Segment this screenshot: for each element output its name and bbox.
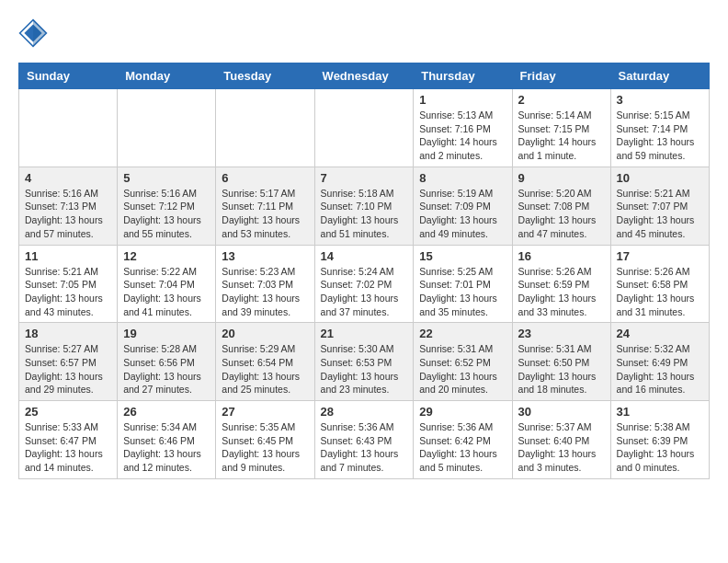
day-number: 21 [321,327,408,340]
day-number: 15 [419,249,506,263]
calendar-cell: 3Sunrise: 5:15 AM Sunset: 7:14 PM Daylig… [610,89,709,167]
day-number: 1 [419,93,506,107]
day-number: 13 [222,249,308,263]
day-number: 4 [25,171,111,185]
day-number: 28 [321,405,408,419]
weekday-header-tuesday: Tuesday [216,63,314,89]
day-number: 26 [123,405,210,419]
day-info: Sunrise: 5:22 AM Sunset: 7:04 PM Dayligh… [123,265,210,319]
calendar-cell: 26Sunrise: 5:34 AM Sunset: 6:46 PM Dayli… [118,401,216,479]
weekday-header-wednesday: Wednesday [314,63,414,89]
day-number: 16 [518,249,605,263]
day-number: 24 [617,327,703,340]
calendar-cell: 28Sunrise: 5:36 AM Sunset: 6:43 PM Dayli… [314,401,414,479]
calendar-cell: 2Sunrise: 5:14 AM Sunset: 7:15 PM Daylig… [512,89,610,167]
calendar-cell [314,89,414,167]
calendar-week-row: 18Sunrise: 5:27 AM Sunset: 6:57 PM Dayli… [19,323,710,401]
day-info: Sunrise: 5:34 AM Sunset: 6:46 PM Dayligh… [123,420,210,475]
calendar-cell: 30Sunrise: 5:37 AM Sunset: 6:40 PM Dayli… [512,401,610,479]
calendar-cell: 25Sunrise: 5:33 AM Sunset: 6:47 PM Dayli… [19,401,118,479]
day-number: 9 [518,171,605,185]
calendar-cell: 22Sunrise: 5:31 AM Sunset: 6:52 PM Dayli… [414,323,512,401]
day-number: 29 [419,405,506,419]
day-info: Sunrise: 5:19 AM Sunset: 7:09 PM Dayligh… [419,187,506,241]
day-number: 22 [419,327,506,340]
calendar-cell: 13Sunrise: 5:23 AM Sunset: 7:03 PM Dayli… [216,245,314,323]
day-info: Sunrise: 5:27 AM Sunset: 6:57 PM Dayligh… [25,342,111,396]
calendar-cell: 7Sunrise: 5:18 AM Sunset: 7:10 PM Daylig… [314,167,414,245]
logo [18,18,51,48]
weekday-header-friday: Friday [512,63,610,89]
day-number: 8 [419,171,506,185]
day-info: Sunrise: 5:36 AM Sunset: 6:43 PM Dayligh… [321,420,408,475]
calendar-cell: 4Sunrise: 5:16 AM Sunset: 7:13 PM Daylig… [19,167,118,245]
day-number: 27 [222,405,308,419]
page-header [18,18,710,48]
day-info: Sunrise: 5:17 AM Sunset: 7:11 PM Dayligh… [222,187,308,241]
day-info: Sunrise: 5:28 AM Sunset: 6:56 PM Dayligh… [123,342,210,396]
calendar-cell: 1Sunrise: 5:13 AM Sunset: 7:16 PM Daylig… [414,89,512,167]
calendar-cell: 31Sunrise: 5:38 AM Sunset: 6:39 PM Dayli… [610,401,709,479]
day-number: 19 [123,327,210,340]
weekday-header-row: SundayMondayTuesdayWednesdayThursdayFrid… [19,63,710,89]
calendar-cell: 16Sunrise: 5:26 AM Sunset: 6:59 PM Dayli… [512,245,610,323]
day-info: Sunrise: 5:38 AM Sunset: 6:39 PM Dayligh… [617,420,703,475]
day-info: Sunrise: 5:16 AM Sunset: 7:12 PM Dayligh… [123,187,210,241]
day-number: 11 [25,249,111,263]
calendar-cell: 10Sunrise: 5:21 AM Sunset: 7:07 PM Dayli… [610,167,709,245]
day-info: Sunrise: 5:29 AM Sunset: 6:54 PM Dayligh… [222,342,308,396]
day-number: 31 [617,405,703,419]
calendar-cell: 11Sunrise: 5:21 AM Sunset: 7:05 PM Dayli… [19,245,118,323]
day-info: Sunrise: 5:25 AM Sunset: 7:01 PM Dayligh… [419,265,506,319]
calendar-cell: 9Sunrise: 5:20 AM Sunset: 7:08 PM Daylig… [512,167,610,245]
calendar-cell: 14Sunrise: 5:24 AM Sunset: 7:02 PM Dayli… [314,245,414,323]
day-number: 23 [518,327,605,340]
day-info: Sunrise: 5:30 AM Sunset: 6:53 PM Dayligh… [321,342,408,396]
calendar-cell: 29Sunrise: 5:36 AM Sunset: 6:42 PM Dayli… [414,401,512,479]
weekday-header-thursday: Thursday [414,63,512,89]
day-number: 18 [25,327,111,340]
day-number: 30 [518,405,605,419]
calendar-cell: 24Sunrise: 5:32 AM Sunset: 6:49 PM Dayli… [610,323,709,401]
calendar-week-row: 1Sunrise: 5:13 AM Sunset: 7:16 PM Daylig… [19,89,710,167]
day-number: 10 [617,171,703,185]
calendar-cell: 15Sunrise: 5:25 AM Sunset: 7:01 PM Dayli… [414,245,512,323]
day-info: Sunrise: 5:20 AM Sunset: 7:08 PM Dayligh… [518,187,605,241]
calendar-cell: 19Sunrise: 5:28 AM Sunset: 6:56 PM Dayli… [118,323,216,401]
calendar-week-row: 25Sunrise: 5:33 AM Sunset: 6:47 PM Dayli… [19,401,710,479]
day-info: Sunrise: 5:26 AM Sunset: 6:58 PM Dayligh… [617,265,703,319]
calendar-cell: 18Sunrise: 5:27 AM Sunset: 6:57 PM Dayli… [19,323,118,401]
day-info: Sunrise: 5:31 AM Sunset: 6:50 PM Dayligh… [518,342,605,396]
day-number: 14 [321,249,408,263]
weekday-header-saturday: Saturday [610,63,709,89]
calendar-cell [118,89,216,167]
day-info: Sunrise: 5:18 AM Sunset: 7:10 PM Dayligh… [321,187,408,241]
day-info: Sunrise: 5:26 AM Sunset: 6:59 PM Dayligh… [518,265,605,319]
day-info: Sunrise: 5:32 AM Sunset: 6:49 PM Dayligh… [617,342,703,396]
day-number: 6 [222,171,308,185]
day-info: Sunrise: 5:31 AM Sunset: 6:52 PM Dayligh… [419,342,506,396]
day-info: Sunrise: 5:16 AM Sunset: 7:13 PM Dayligh… [25,187,111,241]
day-info: Sunrise: 5:21 AM Sunset: 7:07 PM Dayligh… [617,187,703,241]
calendar-table: SundayMondayTuesdayWednesdayThursdayFrid… [18,63,710,479]
day-info: Sunrise: 5:36 AM Sunset: 6:42 PM Dayligh… [419,420,506,475]
day-info: Sunrise: 5:15 AM Sunset: 7:14 PM Dayligh… [617,109,703,163]
day-info: Sunrise: 5:24 AM Sunset: 7:02 PM Dayligh… [321,265,408,319]
calendar-cell [216,89,314,167]
day-number: 25 [25,405,111,419]
day-info: Sunrise: 5:13 AM Sunset: 7:16 PM Dayligh… [419,109,506,163]
logo-icon [18,18,48,48]
day-number: 17 [617,249,703,263]
day-info: Sunrise: 5:14 AM Sunset: 7:15 PM Dayligh… [518,109,605,163]
weekday-header-sunday: Sunday [19,63,118,89]
day-number: 20 [222,327,308,340]
day-info: Sunrise: 5:35 AM Sunset: 6:45 PM Dayligh… [222,420,308,475]
day-info: Sunrise: 5:37 AM Sunset: 6:40 PM Dayligh… [518,420,605,475]
calendar-cell: 27Sunrise: 5:35 AM Sunset: 6:45 PM Dayli… [216,401,314,479]
calendar-cell: 5Sunrise: 5:16 AM Sunset: 7:12 PM Daylig… [118,167,216,245]
calendar-cell: 12Sunrise: 5:22 AM Sunset: 7:04 PM Dayli… [118,245,216,323]
day-info: Sunrise: 5:23 AM Sunset: 7:03 PM Dayligh… [222,265,308,319]
calendar-cell: 17Sunrise: 5:26 AM Sunset: 6:58 PM Dayli… [610,245,709,323]
calendar-cell: 8Sunrise: 5:19 AM Sunset: 7:09 PM Daylig… [414,167,512,245]
calendar-cell [19,89,118,167]
